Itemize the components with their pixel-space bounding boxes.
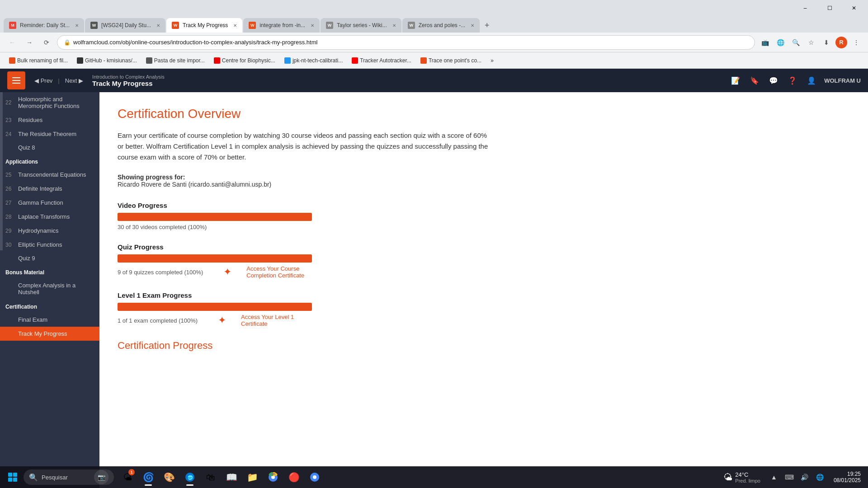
sidebar-item-0[interactable]: 22 Holomorphic and Meromorphic Functions xyxy=(0,92,99,113)
user-avatar[interactable]: R xyxy=(835,37,847,48)
new-tab-button[interactable]: + xyxy=(481,19,493,32)
help-icon[interactable]: ❓ xyxy=(784,72,801,89)
taskbar-clock[interactable]: 19:25 08/01/2025 xyxy=(830,471,864,483)
level1-certificate-link[interactable]: ✦ Access Your Level 1Certificate xyxy=(216,314,294,327)
tab-close-wsg24[interactable]: ✕ xyxy=(156,23,160,28)
minimize-button[interactable]: – xyxy=(795,0,816,16)
hamburger-button[interactable] xyxy=(7,71,25,89)
sidebar-item-2[interactable]: 24 The Residue Theorem xyxy=(0,127,99,141)
bookmark-favicon-0 xyxy=(9,57,15,64)
back-button[interactable]: ← xyxy=(5,36,19,49)
tab-close-integrate[interactable]: ✕ xyxy=(311,23,314,28)
keyboard-icon[interactable]: ⌨ xyxy=(782,470,797,484)
zoom-icon[interactable]: 🔍 xyxy=(789,36,802,49)
tab-close-gmail[interactable]: ✕ xyxy=(75,23,79,28)
sidebar-item-7[interactable]: 27 Gamma Function xyxy=(0,196,99,210)
tab-gmail[interactable]: M Reminder: Daily St... ✕ xyxy=(4,18,84,33)
sidebar-item-16[interactable]: Track My Progress xyxy=(0,327,99,341)
taskbar-chrome2[interactable] xyxy=(305,467,325,487)
sidebar-quiz-quiz-8[interactable]: Quiz 8 xyxy=(0,141,99,154)
bookmark-item-2[interactable]: Pasta de site impor... xyxy=(142,56,208,65)
taskbar-edge[interactable]: 🌀 xyxy=(138,467,158,487)
video-progress-count: 30 of 30 videos completed (100%) xyxy=(118,224,207,230)
account-icon[interactable]: 👤 xyxy=(803,72,820,89)
sidebar-item-13[interactable]: Complex Analysis in a Nutshell xyxy=(0,278,99,299)
taskbar-store[interactable]: 🛍 xyxy=(201,467,221,487)
bookmark-item-4[interactable]: jpk-nt-tech-calibrati... xyxy=(281,56,346,65)
menu-icon[interactable]: ⋮ xyxy=(850,36,863,49)
bookmark-favicon-1 xyxy=(77,57,83,64)
taskbar-colorful[interactable]: 🎨 xyxy=(159,467,179,487)
chat-icon[interactable]: 💬 xyxy=(765,72,782,89)
tab-close-zeros[interactable]: ✕ xyxy=(471,23,474,28)
course-certificate-anchor[interactable]: Access Your CourseCompletion Certificate xyxy=(246,265,304,279)
tab-wsg24[interactable]: W [WSG24] Daily Stu... ✕ xyxy=(85,18,165,33)
video-progress-status-row: 30 of 30 videos completed (100%) xyxy=(118,224,850,230)
sidebar-item-5[interactable]: 25 Transcendental Equations xyxy=(0,168,99,182)
course-header: ◀ Prev | Next ▶ Introduction to Complex … xyxy=(0,69,868,92)
tab-taylor[interactable]: W Taylor series - Wiki... ✕ xyxy=(321,18,401,33)
taskbar-msedge2[interactable] xyxy=(180,467,200,487)
tab-track[interactable]: W Track My Progress ✕ xyxy=(166,18,242,33)
windows-logo-icon xyxy=(8,473,17,482)
sidebar-quiz-quiz-9[interactable]: Quiz 9 xyxy=(0,252,99,265)
taskbar-chrome[interactable] xyxy=(263,467,283,487)
taskbar-reader[interactable]: 📖 xyxy=(222,467,241,487)
sidebar-item-label-10: Elliptic Functions xyxy=(18,241,62,248)
taskbar-apps: 🌤 1 🌀 🎨 🛍 📖 📁 xyxy=(118,467,325,487)
maximize-button[interactable]: ☐ xyxy=(819,0,840,16)
sidebar-item-10[interactable]: 30 Elliptic Functions xyxy=(0,238,99,252)
taskbar-search-text: Pesquisar xyxy=(42,474,68,481)
bookmark-icon[interactable]: ☆ xyxy=(805,36,817,49)
bookmark-item-0[interactable]: Bulk renaming of fil... xyxy=(5,56,71,65)
certification-progress-title: Certification Progress xyxy=(118,340,850,352)
prev-button[interactable]: ◀ Prev xyxy=(31,75,56,86)
sidebar-item-15[interactable]: Final Exam xyxy=(0,313,99,327)
bookmarks-icon[interactable]: 🔖 xyxy=(746,72,763,89)
sidebar-item-1[interactable]: 23 Residues xyxy=(0,113,99,127)
taskbar-files[interactable]: 📁 xyxy=(242,467,262,487)
cast-icon[interactable]: 📺 xyxy=(759,36,771,49)
taskbar-widgets[interactable]: 🌤 1 xyxy=(118,467,137,487)
bookmark-item-6[interactable]: Trace one point's co... xyxy=(417,56,485,65)
video-progress-section: Video Progress 30 of 30 videos completed… xyxy=(118,202,850,230)
edge-icon xyxy=(185,472,195,482)
tab-zeros[interactable]: W Zeros and poles -... ✕ xyxy=(402,18,480,33)
date-display: 08/01/2025 xyxy=(834,477,861,483)
notes-icon[interactable]: 📝 xyxy=(727,72,744,89)
tab-close-track[interactable]: ✕ xyxy=(233,23,237,28)
sidebar-item-8[interactable]: 28 Laplace Transforms xyxy=(0,210,99,224)
course-certificate-link[interactable]: ✦ Access Your CourseCompletion Certifica… xyxy=(221,265,304,279)
weather-desc: Pred. limpo xyxy=(735,478,760,483)
sidebar-item-label-16: Track My Progress xyxy=(18,330,67,337)
level1-certificate-anchor[interactable]: Access Your Level 1Certificate xyxy=(241,314,294,327)
forward-button[interactable]: → xyxy=(23,36,36,49)
taskbar-wolfram[interactable]: 🔴 xyxy=(284,467,304,487)
volume-icon[interactable]: 🔊 xyxy=(797,470,812,484)
close-button[interactable]: ✕ xyxy=(844,0,864,16)
expand-tray-button[interactable]: ▲ xyxy=(767,470,781,484)
start-button[interactable] xyxy=(4,468,22,486)
bookmark-label-6: Trace one point's co... xyxy=(429,57,481,64)
tab-close-taylor[interactable]: ✕ xyxy=(392,23,396,28)
camera-search-button[interactable]: 📷 xyxy=(94,470,108,484)
taskbar-search[interactable]: 🔍 Pesquisar 📷 xyxy=(24,469,114,485)
tab-integrate[interactable]: W integrate from -in... ✕ xyxy=(243,18,320,33)
sidebar-item-num-5: 25 xyxy=(5,172,14,178)
bookmark-item-5[interactable]: Tracker Autotracker... xyxy=(348,56,415,65)
sidebar-item-label-1: Residues xyxy=(18,117,42,123)
translate-icon[interactable]: 🌐 xyxy=(774,36,787,49)
address-bar[interactable]: 🔒 wolframcloud.com/obj/online-courses/in… xyxy=(57,35,755,50)
reload-button[interactable]: ⟳ xyxy=(40,36,53,49)
next-button[interactable]: Next ▶ xyxy=(61,75,87,86)
exam-progress-bar-container xyxy=(118,303,312,311)
bookmark-item-3[interactable]: Centre for Biophysic... xyxy=(210,56,279,65)
bookmarks-more-button[interactable]: » xyxy=(487,56,497,65)
level1-star-icon: ✦ xyxy=(216,314,228,327)
sidebar-item-9[interactable]: 29 Hydrodynamics xyxy=(0,224,99,238)
network-icon[interactable]: 🌐 xyxy=(813,470,827,484)
showing-progress-user: Ricardo Rovere de Santi (ricardo.santi@a… xyxy=(118,181,850,188)
sidebar-item-6[interactable]: 26 Definite Integrals xyxy=(0,182,99,196)
download-icon[interactable]: ⬇ xyxy=(820,36,833,49)
bookmark-item-1[interactable]: GitHub - kmisiunas/... xyxy=(73,56,141,65)
